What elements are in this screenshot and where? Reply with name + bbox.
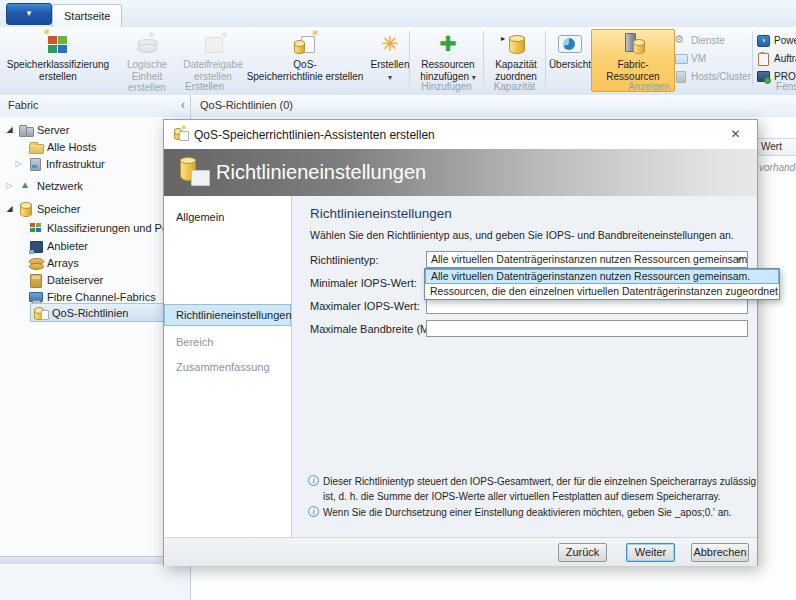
max-iops-label: Maximaler IOPS-Wert: [310,300,420,312]
file-server-icon [28,272,43,287]
tree-expander-icon[interactable]: ▷ [14,159,23,168]
create-star-icon: ✳ [377,31,403,57]
wizard-footer: Zurück Weiter Abbrechen [164,537,757,566]
info-text: Wenn Sie die Durchsetzung einer Einstell… [323,506,759,521]
tree-item-anbieter[interactable]: Anbieter [28,237,88,254]
page-title: QoS-Richtlinien (0) [200,99,293,111]
ribbon-group-label-anzeigen: Anzeigen [546,81,752,93]
max-bandwidth-input[interactable] [426,320,748,337]
storage-classification-icon: ✶ [45,31,71,57]
scvmm-window: ▾ Startseite ✶ Speicherklassifizierunger… [0,0,796,600]
dialog-title: QoS-Speicherrichtlinien-Assistenten erst… [194,128,435,142]
provider-icon [28,238,43,253]
empty-list-text: vorhanden [759,162,796,173]
back-button[interactable]: Zurück [558,543,607,562]
ribbon-group-label-fenster: Fenster [753,81,796,93]
info-icon: i [308,475,319,486]
storage-barrel-icon [18,201,33,216]
wizard-steps-nav: Allgemein Richtlinieneinstellungen Berei… [164,196,292,537]
tree-item-infrastruktur[interactable]: ▷ Infrastruktur [14,155,105,172]
file-share-icon: ✶ [200,31,226,57]
wizard-step-bereich: Bereich [176,336,213,348]
array-disks-icon [28,255,43,270]
pane-header-strip: Fabric ‹ QoS-Richtlinien (0) [0,95,796,118]
close-icon[interactable]: ✕ [727,126,744,142]
tree-item-arrays[interactable]: Arrays [28,254,79,271]
network-icon: ▲ [18,178,33,193]
qos-wizard-dialog: ✶ QoS-Speicherrichtlinien-Assistenten er… [163,119,758,566]
tree-item-speicher[interactable]: ◢ Speicher [5,200,80,217]
ribbon-group-label-kapazitaet: Kapazität [484,81,545,93]
logical-unit-icon: ✶ [134,31,160,57]
policy-type-dropdown-popup: Alle virtuellen Datenträgerinstanzen nut… [424,268,780,300]
ribbon-group-divider [752,31,753,86]
chevron-down-icon [736,258,742,265]
bottom-navigation: ⚙ VMs und Dienste [0,564,190,600]
cancel-button[interactable]: Abbrechen [691,543,749,562]
folder-icon [28,139,43,154]
powershell-button[interactable]: › PowerShell [757,32,796,48]
wizard-step-zusammenfassung: Zusammenfassung [176,361,270,373]
fabric-resources-icon [620,31,646,57]
ribbon-group-divider [483,31,484,86]
column-header-wert[interactable]: Wert [761,141,782,152]
wizard-banner: Richtlinieneinstellungen [164,149,757,196]
info-text: Dieser Richtlinientyp steuert den IOPS-G… [323,475,759,504]
tab-startseite[interactable]: Startseite [52,4,122,27]
content-heading: Richtlinieneinstellungen [310,206,452,221]
banner-policy-icon [178,157,212,189]
fibre-channel-icon [28,289,43,304]
min-iops-label: Minimaler IOPS-Wert: [310,277,417,289]
next-button[interactable]: Weiter [626,543,675,562]
app-menu-button[interactable]: ▾ [6,3,52,25]
tree-item-dateiserver[interactable]: Dateiserver [28,271,103,288]
overview-pie-icon [557,31,583,57]
tree-item-server[interactable]: ◢ Server [5,121,69,138]
info-row: i Wenn Sie die Durchsetzung einer Einste… [308,506,759,521]
vm-button: VM [674,50,706,66]
ribbon-group-label-erstellen: Erstellen [0,81,409,93]
policy-type-select[interactable]: Alle virtuellen Datenträgerinstanzen nut… [426,251,748,268]
dialog-title-icon: ✶ [173,126,189,142]
capacity-barrel-icon: ▸ [503,31,529,57]
infrastructure-server-icon [27,156,42,171]
ribbon-tab-row: ▾ Startseite [0,0,796,27]
collapse-panel-button[interactable]: ‹ [181,98,185,112]
tree-expander-icon[interactable]: ▷ [5,181,14,190]
tree-expander-icon[interactable]: ◢ [5,204,14,213]
server-icon [18,122,33,137]
qos-policy-icon [33,305,48,320]
tree-item-klassifizierungen-und-pools[interactable]: Klassifizierungen und Pools [28,219,182,236]
tree-expander-icon[interactable]: ◢ [5,125,14,134]
dropdown-option-dedicated[interactable]: Ressourcen, die den einzelnen virtuellen… [425,284,779,299]
info-row: i Dieser Richtlinientyp steuert den IOPS… [308,475,759,504]
wizard-content: Richtlinieneinstellungen Wählen Sie den … [292,196,757,537]
chevron-down-icon: ▾ [27,8,32,18]
info-icon: i [308,506,319,517]
dropdown-option-shared[interactable]: Alle virtuellen Datenträgerinstanzen nut… [425,269,779,284]
wizard-step-allgemein[interactable]: Allgemein [176,211,224,223]
ribbon: ✶ Speicherklassifizierungerstellen ✶ Log… [0,27,796,96]
classification-grid-icon [28,220,43,235]
add-plus-icon: ✚ [435,31,461,57]
powershell-icon: › [757,34,770,47]
tree-item-alle-hosts[interactable]: Alle Hosts [28,138,97,155]
services-gear-icon: ⚙ [674,34,687,47]
wizard-step-richtlinieneinstellungen[interactable]: Richtlinieneinstellungen [164,304,291,326]
tree-item-netzwerk[interactable]: ▷ ▲ Netzwerk [5,177,83,194]
ribbon-group-label-hinzufuegen: Hinzufügen [410,81,483,93]
banner-title: Richtlinieneinstellungen [216,149,426,196]
policy-type-label: Richtlinientyp: [310,254,378,266]
jobs-clipboard-icon [757,52,770,65]
qos-policy-icon: ✶ [292,31,318,57]
jobs-button[interactable]: Aufträge [757,50,796,66]
content-intro: Wählen Sie den Richtlinientyp aus, und g… [310,229,734,241]
fabric-panel-title: Fabric [8,99,39,111]
services-button: ⚙ Dienste [674,32,725,48]
vm-monitor-icon [674,52,687,65]
